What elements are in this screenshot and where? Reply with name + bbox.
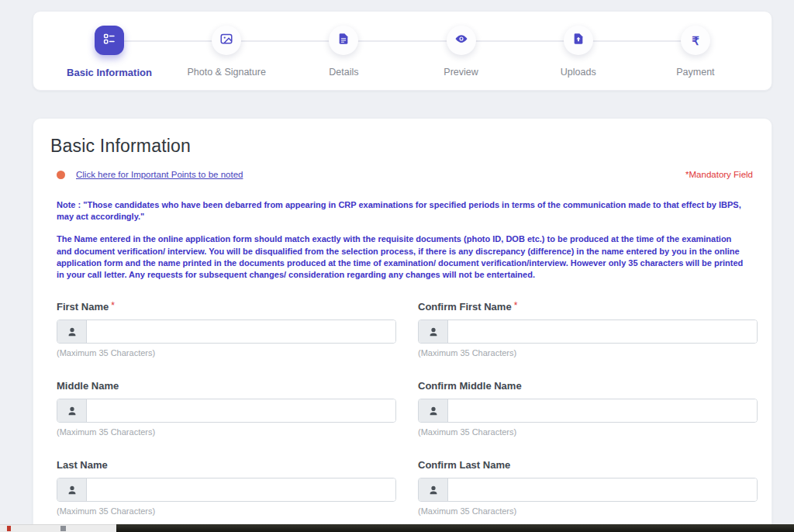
max-characters-hint: (Maximum 35 Characters)	[57, 506, 396, 516]
max-characters-hint: (Maximum 35 Characters)	[57, 348, 396, 358]
step-label: Uploads	[561, 67, 596, 78]
max-characters-hint: (Maximum 35 Characters)	[418, 348, 758, 358]
name-match-note: The Name entered in the online applicati…	[57, 233, 748, 281]
step-basic-information[interactable]: Basic Information	[55, 26, 164, 90]
corner-red-mark	[7, 526, 11, 531]
step-label: Payment	[676, 67, 714, 78]
person-icon	[57, 399, 87, 422]
step-label: Preview	[444, 67, 478, 78]
bullet-dot	[57, 171, 65, 179]
important-points-link[interactable]: Click here for Important Points to be no…	[76, 170, 243, 179]
basic-information-card: Basic Information Click here for Importa…	[33, 118, 772, 532]
step-photo-signature[interactable]: Photo & Signature	[172, 26, 281, 90]
step-label: Photo & Signature	[187, 67, 265, 78]
step-uploads[interactable]: Uploads	[524, 26, 633, 90]
required-asterisk: *	[111, 300, 115, 311]
confirm-first-name-field: Confirm First Name* (Maximum 35 Characte…	[418, 299, 758, 358]
file-upload-icon	[572, 33, 585, 48]
eye-icon	[454, 32, 468, 49]
middle-name-input[interactable]	[87, 399, 395, 422]
step-label: Basic Information	[67, 67, 152, 78]
step-details[interactable]: Details	[289, 26, 398, 90]
person-icon	[57, 320, 87, 343]
step-details-badge	[329, 26, 358, 55]
confirm-last-name-field: Confirm Last Name (Maximum 35 Characters…	[418, 458, 758, 516]
person-icon	[419, 478, 448, 501]
person-icon	[419, 399, 448, 422]
confirm-first-name-input[interactable]	[448, 320, 757, 343]
bottom-left-corner	[0, 524, 116, 532]
corner-dark-mark	[60, 526, 66, 531]
step-label: Details	[329, 67, 358, 78]
max-characters-hint: (Maximum 35 Characters)	[418, 506, 758, 516]
confirm-middle-name-field: Confirm Middle Name (Maximum 35 Characte…	[418, 378, 758, 437]
middle-name-label: Middle Name	[57, 380, 119, 392]
application-page: Basic Information Photo & Signature	[0, 0, 794, 532]
step-photo-signature-badge	[212, 26, 241, 55]
confirm-first-name-label: Confirm First Name	[418, 301, 512, 313]
first-name-label: First Name	[57, 301, 109, 313]
checklist-icon	[102, 32, 116, 49]
middle-name-field: Middle Name (Maximum 35 Characters)	[57, 378, 396, 437]
wizard-stepper: Basic Information Photo & Signature	[33, 11, 772, 91]
first-name-input[interactable]	[87, 320, 395, 343]
step-preview[interactable]: Preview	[407, 26, 516, 90]
bottom-clipped-strip	[0, 524, 794, 532]
confirm-middle-name-label: Confirm Middle Name	[418, 380, 522, 392]
max-characters-hint: (Maximum 35 Characters)	[418, 427, 758, 437]
first-name-field: First Name* (Maximum 35 Characters)	[57, 299, 396, 358]
max-characters-hint: (Maximum 35 Characters)	[57, 427, 396, 437]
page-title: Basic Information	[50, 136, 754, 157]
person-icon	[57, 478, 87, 501]
subheader-row: Click here for Important Points to be no…	[50, 170, 754, 179]
name-fields-grid: First Name* (Maximum 35 Characters) Conf…	[57, 299, 748, 532]
confirm-middle-name-input[interactable]	[448, 399, 757, 422]
rupee-icon: ₹	[692, 35, 699, 47]
step-payment-badge: ₹	[681, 26, 710, 55]
person-icon	[419, 320, 448, 343]
last-name-field: Last Name (Maximum 35 Characters)	[57, 458, 396, 516]
debarred-note: Note : "Those candidates who have been d…	[57, 199, 748, 223]
step-basic-information-badge	[95, 26, 124, 55]
last-name-label: Last Name	[57, 459, 108, 471]
photo-icon	[219, 32, 233, 49]
confirm-last-name-label: Confirm Last Name	[418, 459, 510, 471]
confirm-last-name-input[interactable]	[448, 478, 757, 501]
step-preview-badge	[447, 26, 476, 55]
bottom-dark-bar	[116, 524, 794, 532]
document-icon	[337, 33, 350, 48]
mandatory-field-note: *Mandatory Field	[685, 170, 753, 179]
step-payment[interactable]: ₹ Payment	[641, 26, 750, 90]
last-name-input[interactable]	[87, 478, 395, 501]
step-uploads-badge	[564, 26, 593, 55]
required-asterisk: *	[514, 300, 518, 311]
